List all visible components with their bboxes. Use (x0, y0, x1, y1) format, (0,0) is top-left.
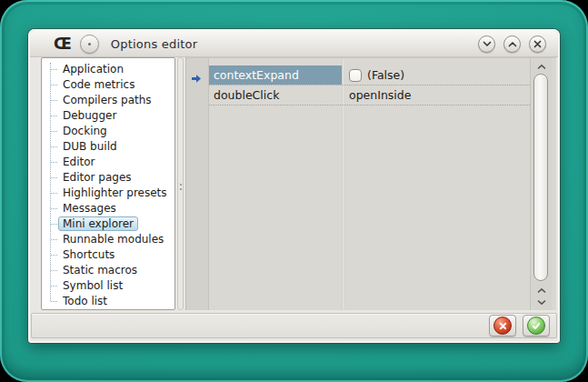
sidebar-item[interactable]: Application (42, 61, 174, 76)
sidebar-item-label: Highlighter presets (58, 186, 172, 200)
sidebar-item-label: Static macros (58, 263, 142, 277)
sidebar-item-label: Todo list (58, 294, 112, 308)
property-value[interactable]: openInside (342, 85, 530, 105)
property-name[interactable]: doubleClick (209, 85, 342, 105)
property-value-text: openInside (349, 88, 411, 102)
sidebar-item[interactable]: Debugger (42, 107, 174, 123)
unshade-button[interactable] (503, 35, 521, 53)
sidebar-item[interactable]: Symbol list (42, 277, 174, 293)
property-value[interactable]: (False) (342, 65, 530, 85)
sidebar-item-label: Application (58, 62, 128, 76)
screenshot-root: Œ Options editor Applicat (0, 0, 588, 382)
sidebar-item-label: Editor pages (58, 170, 136, 185)
scrollbar-thumb[interactable] (533, 74, 548, 281)
sidebar-item[interactable]: Todo list (42, 293, 174, 308)
sidebar-item[interactable]: Editor (42, 154, 174, 169)
shade-button[interactable] (478, 35, 495, 53)
sidebar-item[interactable]: Compilers paths (42, 92, 174, 107)
close-icon (533, 40, 542, 48)
scroll-up-secondary-icon[interactable] (531, 285, 552, 296)
sidebar-item-label: Code metrics (58, 77, 139, 92)
sidebar-item-label: Shortcuts (58, 247, 119, 262)
selected-row-arrow-icon (191, 70, 202, 87)
sidebar-item[interactable]: Code metrics (42, 76, 174, 92)
scroll-up-icon[interactable] (531, 61, 552, 72)
property-rows: contextExpand (False) doubleClick openIn… (209, 65, 530, 106)
accept-button[interactable] (523, 315, 550, 337)
sidebar-item-label: Docking (58, 124, 112, 138)
accept-check-icon (527, 317, 545, 335)
close-button[interactable] (529, 35, 546, 53)
sidebar-item-label: Compilers paths (58, 93, 156, 107)
sidebar-item[interactable]: Editor pages (42, 169, 174, 185)
checkbox-unchecked-icon[interactable] (349, 69, 362, 82)
app-logo-icon: Œ (54, 35, 72, 52)
vertical-scrollbar[interactable] (530, 58, 552, 310)
chevron-down-icon (483, 41, 492, 47)
sidebar-item-label: DUB build (58, 139, 122, 154)
property-row-contextexpand[interactable]: contextExpand (False) (209, 65, 530, 85)
cancel-button[interactable] (489, 315, 516, 337)
sidebar-item-label: Editor (58, 155, 100, 169)
sidebar-item-label: Runnable modules (58, 232, 168, 246)
property-grid: contextExpand (False) doubleClick openIn… (185, 57, 556, 310)
options-editor-window: Œ Options editor Applicat (28, 29, 560, 343)
sidebar-item[interactable]: Messages (42, 200, 174, 216)
chevron-up-icon (508, 41, 517, 47)
sidebar-item[interactable]: Docking (42, 123, 174, 138)
cancel-x-icon (493, 317, 512, 335)
sidebar-item-label: Symbol list (58, 278, 127, 293)
sidebar-item[interactable]: Mini explorer (42, 216, 174, 231)
window-title: Options editor (107, 37, 470, 51)
sidebar-item[interactable]: Highlighter presets (42, 185, 174, 200)
scroll-down-icon[interactable] (531, 297, 552, 307)
categories-tree[interactable]: Application Code metrics Compilers paths… (41, 57, 175, 310)
window-menu-button[interactable] (80, 35, 99, 54)
sidebar-item-label: Debugger (58, 108, 121, 123)
sidebar-item[interactable]: Runnable modules (42, 231, 174, 246)
dialog-button-bar (31, 313, 557, 338)
property-name[interactable]: contextExpand (209, 65, 342, 85)
sidebar-item[interactable]: Shortcuts (42, 246, 174, 262)
panel-splitter[interactable] (177, 57, 184, 310)
sidebar-item-label: Messages (58, 201, 121, 216)
property-value-text: (False) (367, 68, 404, 82)
sidebar-item-label: Mini explorer (58, 216, 138, 231)
sidebar-item[interactable]: Static macros (42, 262, 174, 277)
sidebar-item[interactable]: DUB build (42, 138, 174, 154)
property-row-doubleclick[interactable]: doubleClick openInside (209, 85, 530, 106)
property-grid-gutter (186, 58, 209, 310)
titlebar[interactable]: Œ Options editor (30, 31, 558, 57)
